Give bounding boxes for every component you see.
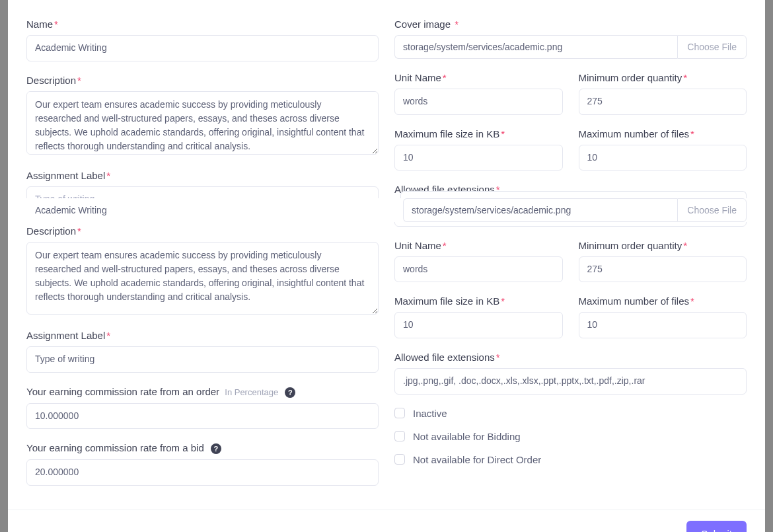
description-label-2: Description* — [26, 225, 379, 237]
allowed-ext-input[interactable] — [394, 368, 747, 395]
max-file-size-input-2[interactable] — [394, 312, 563, 338]
overlay-file-input: storage/system/services/academic.png Cho… — [403, 198, 747, 222]
max-files-input-2[interactable] — [579, 312, 747, 338]
no-direct-checkbox[interactable] — [394, 454, 405, 465]
no-bidding-label[interactable]: Not available for Bidding — [413, 431, 521, 442]
overlay-name-text: Academic Writing — [26, 198, 387, 222]
unit-name-label-2: Unit Name* — [394, 240, 563, 251]
max-files-group-1: Maximum number of files* — [579, 128, 747, 171]
name-label: Name* — [26, 19, 379, 30]
form-footer: Submit — [8, 510, 765, 532]
commission-bid-group: Your earning commission rate from a bid … — [26, 442, 379, 486]
form-card: Name* Description* Assignment Label* — [8, 0, 765, 532]
min-order-group-1: Minimum order quantity* — [579, 72, 747, 115]
description-textarea-2[interactable] — [26, 242, 379, 315]
overlay-choose-file-button[interactable]: Choose File — [677, 198, 747, 222]
cover-image-group: Cover image * storage/system/services/ac… — [394, 19, 747, 59]
max-file-size-group-2: Maximum file size in KB* — [394, 295, 563, 338]
description-textarea-1[interactable] — [26, 91, 379, 155]
cover-image-path: storage/system/services/academic.png — [394, 35, 677, 59]
max-file-size-label-1: Maximum file size in KB* — [394, 128, 563, 139]
form-body: Name* Description* Assignment Label* — [8, 0, 765, 499]
commission-order-input[interactable] — [26, 403, 379, 430]
max-file-size-group-1: Maximum file size in KB* — [394, 128, 563, 171]
name-input[interactable] — [26, 35, 379, 61]
assignment-label-1: Assignment Label* — [26, 170, 379, 181]
inactive-label[interactable]: Inactive — [413, 408, 447, 419]
commission-order-group: Your earning commission rate from an ord… — [26, 386, 379, 430]
no-bidding-checkbox-row: Not available for Bidding — [394, 431, 747, 442]
description-label-1: Description* — [26, 75, 379, 86]
description-group-1: Description* — [26, 75, 379, 157]
min-order-input-2[interactable] — [579, 256, 747, 283]
no-direct-checkbox-row: Not available for Direct Order — [394, 454, 747, 465]
overlay-row: Academic Writing storage/system/services… — [26, 198, 747, 222]
unit-name-group-2: Unit Name* — [394, 240, 563, 283]
min-order-label-1: Minimum order quantity* — [579, 72, 747, 83]
commission-bid-label: Your earning commission rate from a bid … — [26, 442, 379, 454]
assignment-label-group-2: Assignment Label* — [26, 330, 379, 373]
unit-name-group-1: Unit Name* — [394, 72, 563, 115]
right-column: Cover image * storage/system/services/ac… — [394, 19, 747, 499]
unit-name-input-1[interactable] — [394, 89, 563, 115]
left-column: Name* Description* Assignment Label* — [26, 19, 379, 499]
cover-image-label: Cover image * — [394, 19, 747, 30]
choose-file-button[interactable]: Choose File — [677, 35, 747, 59]
name-group: Name* — [26, 19, 379, 61]
help-icon[interactable]: ? — [211, 443, 221, 454]
inactive-checkbox[interactable] — [394, 408, 405, 418]
inactive-checkbox-row: Inactive — [394, 408, 747, 419]
max-files-input-1[interactable] — [579, 145, 747, 171]
no-bidding-checkbox[interactable] — [394, 431, 405, 441]
overlay-file-path: storage/system/services/academic.png — [403, 198, 677, 222]
max-files-group-2: Maximum number of files* — [579, 295, 747, 338]
submit-button[interactable]: Submit — [686, 521, 747, 532]
max-file-size-input-1[interactable] — [394, 145, 563, 171]
unit-name-input-2[interactable] — [394, 256, 563, 283]
commission-bid-input[interactable] — [26, 459, 379, 486]
description-group-2: Description* — [26, 225, 379, 317]
help-icon[interactable]: ? — [285, 387, 295, 398]
commission-order-label: Your earning commission rate from an ord… — [26, 386, 379, 398]
assignment-label-input-2[interactable] — [26, 346, 379, 373]
unit-name-label-1: Unit Name* — [394, 72, 563, 83]
max-file-size-label-2: Maximum file size in KB* — [394, 295, 563, 307]
assignment-label-2: Assignment Label* — [26, 330, 379, 341]
min-order-input-1[interactable] — [579, 89, 747, 115]
cover-image-file-input: storage/system/services/academic.png Cho… — [394, 35, 747, 59]
allowed-ext-label: Allowed file extensions* — [394, 352, 747, 363]
min-order-group-2: Minimum order quantity* — [579, 240, 747, 283]
commission-order-hint: In Percentage — [225, 387, 278, 397]
allowed-ext-group: Allowed file extensions* — [394, 352, 747, 395]
max-files-label-2: Maximum number of files* — [579, 295, 747, 307]
no-direct-label[interactable]: Not available for Direct Order — [413, 454, 541, 465]
max-files-label-1: Maximum number of files* — [579, 128, 747, 139]
min-order-label-2: Minimum order quantity* — [579, 240, 747, 251]
